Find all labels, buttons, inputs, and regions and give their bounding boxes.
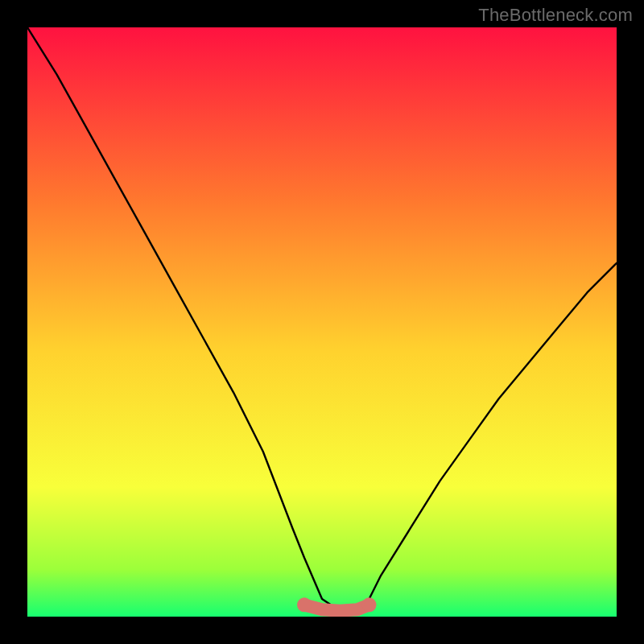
optimal-range-end-dot bbox=[362, 597, 377, 612]
watermark-text: TheBottleneck.com bbox=[478, 5, 633, 26]
optimal-range-start-dot bbox=[297, 597, 312, 612]
chart-frame: TheBottleneck.com bbox=[0, 0, 644, 644]
optimal-range-highlight bbox=[304, 605, 369, 610]
plot-svg bbox=[27, 27, 617, 617]
gradient-background bbox=[27, 27, 617, 617]
plot-area bbox=[27, 27, 617, 617]
